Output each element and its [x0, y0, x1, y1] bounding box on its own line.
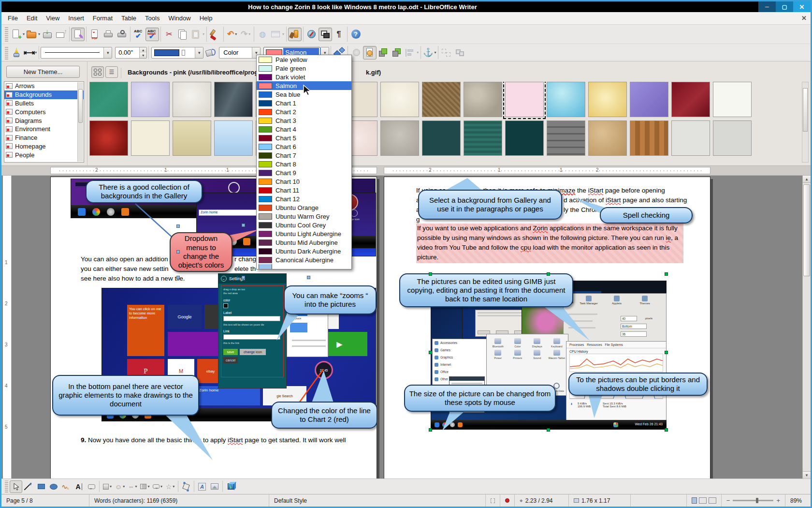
menu-item[interactable]: Table — [117, 13, 141, 23]
gallery-thumbnail[interactable] — [671, 82, 710, 117]
color-dropdown-item[interactable]: Ubuntu Mid Aubergine — [257, 238, 351, 247]
status-modified-icon[interactable] — [500, 494, 515, 507]
gallery-theme-item[interactable]: Environment — [4, 125, 84, 134]
close-button[interactable]: ✕ — [793, 1, 811, 12]
status-cursor-position[interactable]: ⌖2.23 / 2.94 — [515, 494, 569, 507]
gallery-thumbnail[interactable] — [713, 120, 752, 156]
color-dropdown-item[interactable]: Ubuntu Dark Aubergine — [257, 247, 351, 255]
insert-table-button[interactable]: ▾ — [269, 28, 285, 41]
menu-item[interactable]: File — [3, 13, 22, 23]
save-button[interactable]: ↓ — [41, 28, 54, 41]
gallery-thumbnail[interactable] — [630, 120, 668, 156]
detail-view-button[interactable]: ☰ — [105, 66, 118, 78]
icon-view-button[interactable] — [91, 66, 104, 78]
copy-button[interactable] — [176, 28, 189, 41]
gallery-thumbnail[interactable] — [464, 82, 502, 117]
gallery-thumbnail[interactable] — [89, 120, 128, 156]
gallery-thumbnail[interactable] — [505, 82, 544, 117]
thumbnails-scrollbar[interactable] — [802, 82, 809, 163]
email-button[interactable]: ↑ — [54, 28, 68, 41]
gallery-thumbnail[interactable] — [214, 82, 253, 117]
color-dropdown-item[interactable]: Ubuntu Orange — [257, 203, 351, 212]
gallery-thumbnail[interactable] — [422, 120, 461, 156]
gallery-thumbnail[interactable] — [214, 120, 253, 156]
callout-spell-checking[interactable]: Spell checking — [600, 207, 693, 224]
color-dropdown-item[interactable]: Ubuntu Cool Grey — [257, 221, 351, 229]
color-dropdown-item[interactable]: Ubuntu Warm Grey — [257, 212, 351, 221]
menu-item[interactable]: Format — [88, 13, 117, 23]
color-dropdown-item[interactable]: Chart 12 — [257, 194, 351, 203]
gallery-theme-item[interactable]: Diagrams — [4, 116, 84, 125]
fontwork-button[interactable]: A — [196, 480, 208, 493]
status-insert-mode[interactable] — [486, 494, 500, 507]
image-handle[interactable] — [665, 272, 668, 276]
arrow-style-button[interactable]: ⇤⇥▾ — [23, 46, 37, 60]
theme-list-scrollbar[interactable] — [77, 82, 83, 162]
image-handle[interactable] — [665, 351, 668, 354]
formatting-marks-button[interactable]: ¶ — [332, 28, 346, 41]
status-style[interactable]: Default Style — [269, 494, 486, 507]
insert-rectangle-button[interactable] — [35, 480, 47, 493]
menu-item[interactable]: View — [42, 13, 64, 23]
gallery-thumbnail[interactable] — [547, 82, 585, 117]
new-theme-button[interactable]: New Theme... — [6, 66, 80, 78]
status-zoom-percent[interactable]: 89% — [785, 494, 811, 507]
auto-spellcheck-button[interactable]: ABC✔ — [145, 28, 159, 41]
selection-handle[interactable] — [176, 276, 180, 279]
gallery-theme-item[interactable]: Backgrounds — [4, 90, 84, 99]
menu-item[interactable]: Window — [164, 13, 195, 23]
selection-handle[interactable] — [307, 276, 310, 279]
gallery-theme-item[interactable]: People — [4, 150, 84, 159]
navigator-button[interactable] — [305, 28, 319, 41]
image-handle[interactable] — [665, 428, 668, 432]
color-dropdown-item[interactable]: Chart 8 — [257, 160, 351, 168]
line-width-stepper[interactable]: 0.00" ▲▼ — [115, 47, 147, 59]
toolbar-grip[interactable] — [5, 46, 8, 60]
selection-handle[interactable] — [176, 250, 180, 254]
document-page-right[interactable]: If using sa pace, then it is more safe t… — [384, 177, 710, 478]
vertical-ruler[interactable]: 1 2 3 4 5 — [3, 176, 12, 478]
callout-gimb-editing[interactable]: The pictures can be edited using GIMB ju… — [399, 273, 573, 307]
gallery-thumbnail[interactable] — [464, 120, 502, 156]
image-handle[interactable] — [429, 272, 432, 276]
spelling-button[interactable]: ABC✔ — [132, 28, 145, 41]
gallery-thumbnail[interactable] — [547, 120, 585, 156]
block-arrows-button[interactable]: ⇔▾ — [126, 480, 139, 493]
toggle-point-edit-button[interactable] — [180, 480, 192, 493]
gallery-thumbnail[interactable] — [505, 120, 544, 156]
gallery-thumbnail[interactable] — [713, 82, 752, 117]
anchor-button[interactable]: ⚓▾ — [422, 46, 436, 60]
color-dropdown-item[interactable]: Chart 9 — [257, 168, 351, 177]
show-draw-functions-button[interactable] — [288, 28, 302, 41]
callout-picture-size[interactable]: The size of the picture can be changed f… — [404, 385, 556, 412]
callout-gallery-collection[interactable]: There is a good collection of background… — [86, 180, 203, 203]
gallery-theme-item[interactable]: Computers — [4, 107, 84, 116]
stars-button[interactable]: ☆▾ — [164, 480, 176, 493]
color-dropdown-item[interactable]: Pale green — [257, 64, 351, 73]
callout-zooms[interactable]: You can make “zooms “ into the pictures — [284, 285, 377, 314]
send-to-back-button[interactable] — [390, 46, 404, 60]
gallery-thumbnail[interactable] — [131, 82, 170, 117]
new-document-button[interactable]: +▾ — [10, 28, 25, 41]
print-button[interactable] — [102, 28, 115, 41]
flowchart-button[interactable]: ▾ — [139, 480, 151, 493]
image-handle[interactable] — [429, 428, 432, 432]
selection-handle[interactable] — [242, 224, 245, 227]
toolbar-grip[interactable] — [5, 27, 8, 42]
export-pdf-button[interactable]: PDF⌄ — [88, 28, 102, 41]
redo-button[interactable]: ↷▾ — [239, 28, 252, 41]
bring-to-front-button[interactable] — [377, 46, 390, 60]
status-page[interactable]: Page 5 / 8 — [1, 494, 89, 507]
callout-changed-line-color[interactable]: Changed the color of the line to Chart 2… — [271, 402, 377, 429]
gallery-thumbnail[interactable] — [671, 120, 710, 156]
cut-button[interactable]: ✂ — [162, 28, 176, 41]
gallery-button[interactable] — [319, 28, 332, 41]
color-dropdown-item[interactable]: Pale yellow — [257, 55, 351, 64]
paste-button[interactable]: ▾ — [189, 28, 205, 41]
color-dropdown-item[interactable]: Dark violet — [257, 73, 351, 81]
callout-select-background[interactable]: Select a background from Gallery and use… — [418, 190, 562, 220]
close-document-icon[interactable]: ✕ — [801, 15, 807, 22]
color-dropdown-item[interactable]: Chart 4 — [257, 125, 351, 134]
color-dropdown-item[interactable]: Chart 5 — [257, 134, 351, 142]
horizontal-ruler[interactable]: 2 1 1 2 2 1 1 2 — [1, 166, 811, 176]
